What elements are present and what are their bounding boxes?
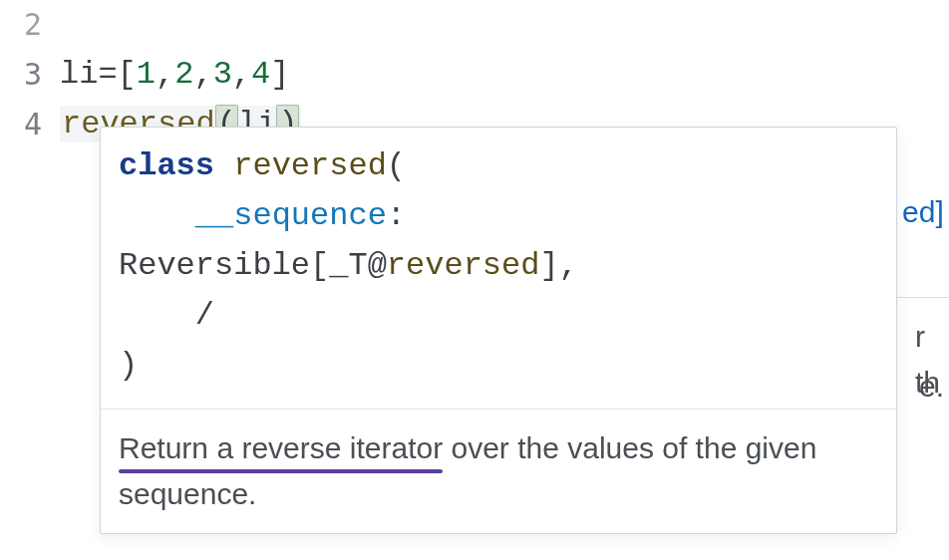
at-token: @ [368, 247, 387, 284]
punct-token: ) [119, 347, 138, 384]
signature-tooltip: class reversed( __sequence: Reversible[_… [100, 127, 897, 534]
background-text: ed] [902, 189, 944, 235]
punct-token: , [232, 56, 251, 93]
punct-token: ] [270, 56, 289, 93]
punct-token: , [193, 56, 212, 93]
punct-token: : [387, 197, 406, 234]
doc-underlined: Return a reverse iterator [119, 425, 443, 471]
punct-token: ( [387, 147, 406, 184]
underline-mark-icon [119, 469, 443, 473]
punct-token: [ [118, 56, 137, 93]
class-name-token: reversed [233, 147, 387, 184]
number-token: 2 [174, 56, 193, 93]
doc-text: Return a reverse iterator over the value… [101, 410, 896, 533]
number-token: 1 [137, 56, 156, 93]
code-line[interactable]: 2 [0, 0, 949, 50]
code-line[interactable]: 3 li=[1,2,3,4] [0, 50, 949, 100]
param-token: sequence [233, 197, 387, 234]
type-token: Reversible[_T [119, 247, 368, 284]
operator-token: = [98, 56, 117, 93]
number-token: 4 [251, 56, 270, 93]
signature-block: class reversed( __sequence: Reversible[_… [101, 128, 896, 409]
code-content[interactable]: li=[1,2,3,4] [60, 50, 289, 100]
background-divider [897, 297, 949, 298]
keyword-token: class [119, 147, 214, 184]
line-number: 2 [0, 0, 60, 50]
background-text: e. [919, 364, 944, 410]
line-number: 3 [0, 50, 60, 100]
punct-token: , [156, 56, 174, 93]
variable-token: li [60, 56, 98, 93]
line-number: 4 [0, 100, 60, 149]
type-fn-token: reversed [387, 247, 540, 284]
punct-token: ], [539, 247, 577, 284]
slash-token: / [195, 297, 214, 334]
number-token: 3 [213, 56, 232, 93]
param-token: __ [195, 197, 233, 234]
